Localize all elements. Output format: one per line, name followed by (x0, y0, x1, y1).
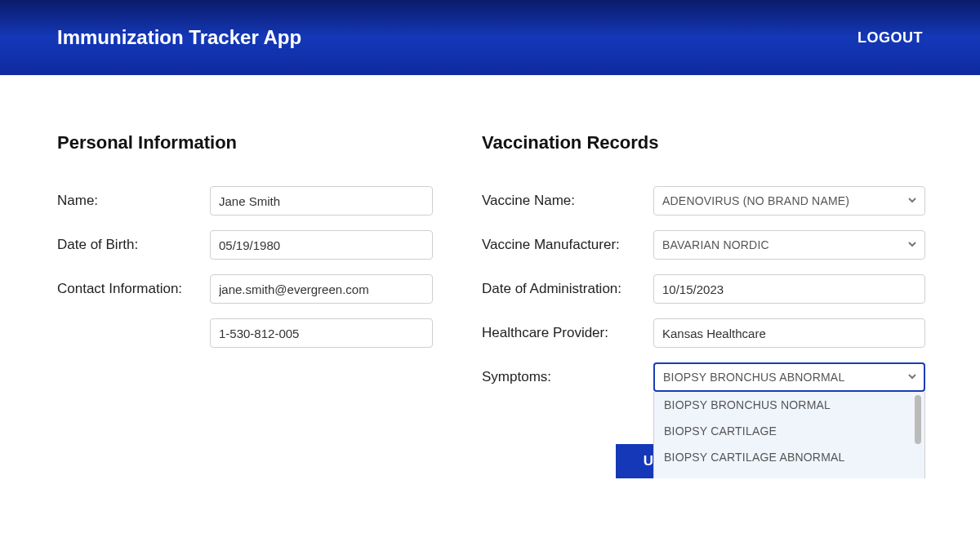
contact-label: Contact Information: (57, 281, 210, 297)
symptoms-select[interactable]: BIOPSY BRONCHUS ABNORMAL (653, 362, 925, 392)
phone-input[interactable] (210, 318, 433, 348)
app-title: Immunization Tracker App (57, 26, 301, 49)
vaccine-name-label: Vaccine Name: (482, 193, 653, 209)
vaccine-name-select[interactable]: ADENOVIRUS (NO BRAND NAME) (653, 186, 925, 216)
symptoms-label: Symptoms: (482, 369, 653, 385)
manufacturer-row: Vaccine Manufacturer: BAVARIAN NORDIC (482, 230, 925, 260)
admin-date-label: Date of Administration: (482, 281, 653, 297)
symptoms-option[interactable]: BIOPSY BRONCHUS NORMAL (654, 392, 913, 418)
email-input[interactable] (210, 274, 433, 304)
name-label: Name: (57, 193, 210, 209)
symptoms-row: Symptoms: BIOPSY BRONCHUS ABNORMAL (482, 362, 925, 392)
provider-row: Healthcare Provider: (482, 318, 925, 348)
symptoms-select-wrapper: BIOPSY BRONCHUS ABNORMAL (653, 362, 925, 392)
vaccine-name-value: ADENOVIRUS (NO BRAND NAME) (662, 194, 849, 207)
dropdown-scrollbar[interactable] (915, 395, 921, 444)
vaccine-name-select-wrapper: ADENOVIRUS (NO BRAND NAME) (653, 186, 925, 216)
vaccination-title: Vaccination Records (482, 132, 925, 153)
phone-row (57, 318, 433, 348)
content: Personal Information Name: Date of Birth… (0, 75, 980, 416)
provider-label: Healthcare Provider: (482, 325, 653, 341)
manufacturer-value: BAVARIAN NORDIC (662, 238, 769, 251)
personal-info-title: Personal Information (57, 132, 433, 153)
vaccination-section: Vaccination Records Vaccine Name: ADENOV… (482, 132, 925, 392)
provider-input[interactable] (653, 318, 925, 348)
manufacturer-select[interactable]: BAVARIAN NORDIC (653, 230, 925, 260)
vaccine-name-row: Vaccine Name: ADENOVIRUS (NO BRAND NAME) (482, 186, 925, 216)
manufacturer-label: Vaccine Manufacturer: (482, 237, 653, 253)
dob-row: Date of Birth: (57, 230, 433, 260)
dob-input[interactable] (210, 230, 433, 260)
symptoms-option[interactable]: BIOPSY CARTILAGE ABNORMAL (654, 444, 913, 470)
name-row: Name: (57, 186, 433, 216)
admin-date-row: Date of Administration: (482, 274, 925, 304)
header: Immunization Tracker App LOGOUT (0, 0, 980, 75)
symptoms-value: BIOPSY BRONCHUS ABNORMAL (663, 371, 844, 384)
logout-button[interactable]: LOGOUT (858, 29, 923, 47)
name-input[interactable] (210, 186, 433, 216)
manufacturer-select-wrapper: BAVARIAN NORDIC (653, 230, 925, 260)
symptoms-option[interactable]: BIOPSY CARTILAGE (654, 418, 913, 444)
dob-label: Date of Birth: (57, 237, 210, 253)
symptoms-option[interactable]: BIOPSY CERVIX (654, 470, 913, 478)
admin-date-input[interactable] (653, 274, 925, 304)
symptoms-dropdown: BIOPSY BRONCHUS NORMAL BIOPSY CARTILAGE … (653, 392, 925, 478)
personal-info-section: Personal Information Name: Date of Birth… (57, 132, 433, 392)
contact-row: Contact Information: (57, 274, 433, 304)
